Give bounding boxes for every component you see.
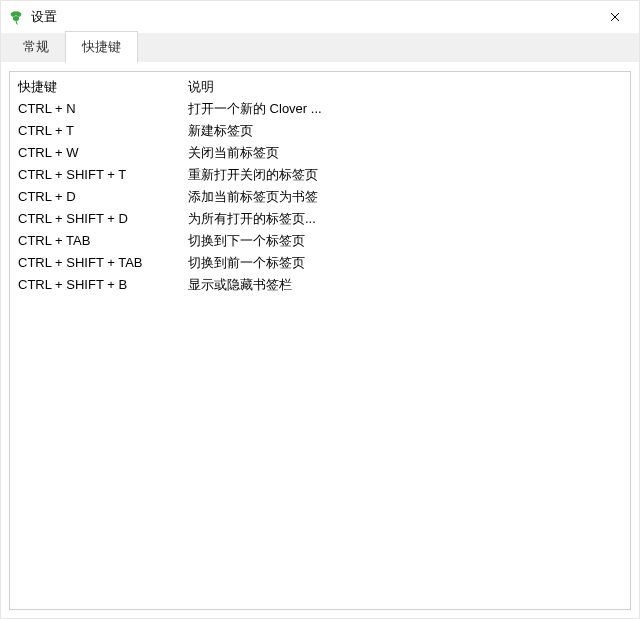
shortcut-desc: 打开一个新的 Clover ...	[188, 98, 622, 120]
shortcut-key: CTRL + SHIFT + T	[18, 164, 188, 186]
shortcut-key: CTRL + N	[18, 98, 188, 120]
shortcut-desc: 添加当前标签页为书签	[188, 186, 622, 208]
tab-shortcuts[interactable]: 快捷键	[65, 31, 138, 63]
list-item[interactable]: CTRL + D添加当前标签页为书签	[18, 186, 622, 208]
header-key: 快捷键	[18, 76, 188, 98]
shortcut-key: CTRL + D	[18, 186, 188, 208]
header-desc: 说明	[188, 76, 622, 98]
shortcut-desc: 切换到前一个标签页	[188, 252, 622, 274]
tab-bar: 常规 快捷键	[1, 33, 639, 63]
shortcut-key: CTRL + TAB	[18, 230, 188, 252]
settings-window: 设置 常规 快捷键 快捷键 说明 CTRL + N打开一个新的 Clover .…	[0, 0, 640, 619]
list-item[interactable]: CTRL + SHIFT + TAB切换到前一个标签页	[18, 252, 622, 274]
list-item[interactable]: CTRL + N打开一个新的 Clover ...	[18, 98, 622, 120]
shortcut-key: CTRL + T	[18, 120, 188, 142]
list-item[interactable]: CTRL + SHIFT + B显示或隐藏书签栏	[18, 274, 622, 296]
clover-icon	[7, 8, 25, 26]
shortcut-desc: 切换到下一个标签页	[188, 230, 622, 252]
list-item[interactable]: CTRL + T新建标签页	[18, 120, 622, 142]
shortcut-key: CTRL + SHIFT + TAB	[18, 252, 188, 274]
titlebar: 设置	[1, 1, 639, 33]
shortcut-key: CTRL + SHIFT + D	[18, 208, 188, 230]
shortcut-desc: 为所有打开的标签页...	[188, 208, 622, 230]
shortcut-desc: 显示或隐藏书签栏	[188, 274, 622, 296]
list-item[interactable]: CTRL + SHIFT + D为所有打开的标签页...	[18, 208, 622, 230]
tab-general[interactable]: 常规	[7, 32, 65, 62]
close-icon[interactable]	[595, 3, 635, 31]
shortcut-desc: 新建标签页	[188, 120, 622, 142]
list-item[interactable]: CTRL + TAB切换到下一个标签页	[18, 230, 622, 252]
shortcut-desc: 关闭当前标签页	[188, 142, 622, 164]
shortcut-key: CTRL + W	[18, 142, 188, 164]
list-item[interactable]: CTRL + W关闭当前标签页	[18, 142, 622, 164]
list-header: 快捷键 说明	[18, 76, 622, 98]
content-area: 快捷键 说明 CTRL + N打开一个新的 Clover ...CTRL + T…	[1, 63, 639, 618]
list-item[interactable]: CTRL + SHIFT + T重新打开关闭的标签页	[18, 164, 622, 186]
window-title: 设置	[31, 8, 595, 26]
shortcut-key: CTRL + SHIFT + B	[18, 274, 188, 296]
shortcut-desc: 重新打开关闭的标签页	[188, 164, 622, 186]
shortcut-list[interactable]: 快捷键 说明 CTRL + N打开一个新的 Clover ...CTRL + T…	[9, 71, 631, 610]
